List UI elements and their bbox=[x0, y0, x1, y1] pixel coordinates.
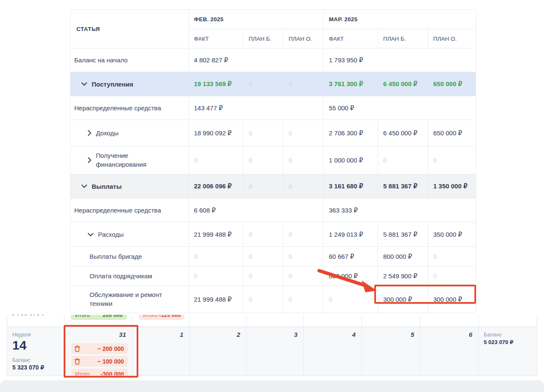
value-cell[interactable]: 1 350 000 ₽ bbox=[428, 174, 476, 199]
value-cell[interactable]: 0 bbox=[428, 266, 476, 286]
clipped-week-balance: 5 753 070 ₽ bbox=[11, 315, 45, 317]
value-cell[interactable]: 0 bbox=[244, 266, 283, 286]
value-cell[interactable]: 3 161 680 ₽ bbox=[324, 174, 378, 199]
value-cell[interactable]: 6 450 000 ₽ bbox=[378, 120, 428, 146]
value-cell[interactable]: 300 000 ₽ bbox=[428, 286, 476, 313]
value-cell[interactable]: 0 bbox=[283, 174, 324, 199]
value-cell[interactable]: 21 999 488 ₽ bbox=[189, 286, 244, 313]
value-cell[interactable]: 0 bbox=[244, 146, 283, 174]
trash-icon[interactable] bbox=[74, 358, 80, 365]
day-entries: − 200 000− 100 000Итого:-300 000 bbox=[71, 343, 128, 375]
value-cell[interactable]: 0 bbox=[244, 174, 283, 199]
value-cell[interactable]: 1 793 950 ₽ bbox=[324, 48, 476, 72]
value-cell[interactable]: 2 706 300 ₽ bbox=[324, 120, 378, 146]
value-cell[interactable]: 21 999 488 ₽ bbox=[189, 222, 244, 247]
column-header-feb-2025: ФЕВ. 2025 bbox=[189, 10, 324, 29]
value-cell[interactable]: 650 000 ₽ bbox=[428, 72, 476, 96]
cashflow-calendar: 5 753 070 ₽ Итого: 200 000 Итого: -125 0… bbox=[7, 315, 537, 376]
value-cell[interactable]: 19 133 569 ₽ bbox=[189, 72, 244, 96]
clipped-day-cell: Итого: 200 000 bbox=[64, 315, 132, 327]
value-cell[interactable]: 0 bbox=[244, 286, 283, 313]
total-value: -125 000 bbox=[159, 315, 181, 318]
expense-entry[interactable]: − 200 000 bbox=[71, 343, 128, 354]
calendar-day-3[interactable]: 3 bbox=[247, 327, 304, 375]
calendar-day-1[interactable]: 1 bbox=[132, 327, 190, 375]
value-cell[interactable]: 0 bbox=[189, 146, 244, 174]
chevron-right-icon bbox=[88, 157, 91, 163]
calendar-day-2[interactable]: 2 bbox=[190, 327, 247, 375]
row-toggle-label[interactable]: Получение финансирования bbox=[70, 146, 189, 174]
value-cell[interactable]: 55 000 ₽ bbox=[324, 96, 476, 120]
value-cell[interactable]: 0 bbox=[283, 286, 324, 313]
value-cell[interactable]: 0 bbox=[244, 247, 283, 266]
table-row: Обслуживание и ремонт техники21 999 488 … bbox=[70, 286, 476, 313]
value-cell[interactable]: 0 bbox=[244, 120, 283, 146]
value-cell[interactable]: 60 667 ₽ bbox=[324, 247, 378, 266]
table-row: Выплаты бригаде00060 667 ₽800 000 ₽0 bbox=[70, 247, 476, 266]
value-cell[interactable]: 2 549 900 ₽ bbox=[378, 266, 428, 286]
week-balance-label: Баланс bbox=[12, 357, 61, 363]
calendar-day-4[interactable]: 4 bbox=[304, 327, 362, 375]
value-cell[interactable]: 0 bbox=[189, 266, 244, 286]
value-cell[interactable]: 1 249 013 ₽ bbox=[324, 222, 378, 247]
row-label-text: Оплата подрядчикам bbox=[90, 272, 152, 280]
value-cell[interactable]: 0 bbox=[324, 286, 378, 313]
value-cell[interactable]: 0 bbox=[189, 247, 244, 266]
value-cell[interactable]: 0 bbox=[244, 222, 283, 247]
value-cell[interactable]: 18 990 092 ₽ bbox=[189, 120, 244, 146]
value-cell[interactable]: 300 000 ₽ bbox=[378, 286, 428, 313]
value-cell[interactable]: 5 881 367 ₽ bbox=[378, 174, 428, 199]
value-cell[interactable]: 6 450 000 ₽ bbox=[378, 72, 428, 96]
row-label-text: Нераспределенные средства bbox=[74, 207, 161, 214]
table-row: Расходы21 999 488 ₽001 249 013 ₽5 881 36… bbox=[70, 222, 476, 247]
value-cell[interactable]: 22 006 096 ₽ bbox=[189, 174, 244, 199]
trash-icon[interactable] bbox=[74, 345, 80, 352]
value-cell[interactable]: 6 608 ₽ bbox=[189, 199, 324, 222]
value-cell[interactable]: 800 000 ₽ bbox=[324, 266, 378, 286]
value-cell[interactable]: 0 bbox=[283, 266, 324, 286]
row-label-text: Выплаты бригаде bbox=[90, 253, 142, 260]
chevron-right-icon bbox=[88, 130, 91, 136]
calendar-day-5[interactable]: 5 bbox=[362, 327, 421, 375]
value-cell[interactable]: 363 333 ₽ bbox=[324, 199, 476, 222]
row-toggle-label[interactable]: Выплаты bbox=[70, 174, 189, 199]
total-value: -300 000 bbox=[101, 371, 124, 376]
value-cell[interactable]: 143 477 ₽ bbox=[189, 96, 324, 120]
value-cell[interactable]: 1 000 000 ₽ bbox=[324, 146, 378, 174]
day-total-pill: Итого:-300 000 bbox=[71, 369, 128, 375]
table-row: Выплаты22 006 096 ₽003 161 680 ₽5 881 36… bbox=[70, 174, 476, 199]
value-cell[interactable]: 650 000 ₽ bbox=[428, 120, 476, 146]
bottom-panel-edge bbox=[0, 381, 544, 392]
row-label-text: Расходы bbox=[98, 231, 123, 238]
value-cell[interactable]: 800 000 ₽ bbox=[378, 247, 428, 266]
clipped-day-cell bbox=[421, 315, 479, 327]
value-cell[interactable]: 5 881 367 ₽ bbox=[378, 222, 428, 247]
value-cell[interactable]: 0 bbox=[378, 146, 428, 174]
value-cell[interactable]: 0 bbox=[283, 222, 324, 247]
clipped-total-pill-negative: Итого: -125 000 bbox=[139, 315, 184, 320]
row-toggle-label[interactable]: Поступления bbox=[70, 72, 189, 96]
calendar-clipped-week-row: 5 753 070 ₽ Итого: 200 000 Итого: -125 0… bbox=[7, 315, 537, 327]
row-toggle-label[interactable]: Доходы bbox=[70, 120, 189, 146]
value-cell[interactable]: 0 bbox=[283, 146, 324, 174]
row-label-text: Нераспределенные средства bbox=[74, 104, 161, 112]
row-label: Нераспределенные средства bbox=[70, 199, 189, 222]
value-cell[interactable]: 0 bbox=[244, 72, 283, 96]
value-cell[interactable]: 0 bbox=[283, 247, 324, 266]
row-toggle-label[interactable]: Расходы bbox=[70, 222, 189, 247]
value-cell[interactable]: 0 bbox=[428, 247, 476, 266]
value-cell[interactable]: 0 bbox=[428, 146, 476, 174]
expense-entry[interactable]: − 100 000 bbox=[71, 356, 128, 367]
budget-planner-screen: СТАТЬЯ ФЕВ. 2025 МАР. 2025 ФАКТ ПЛАН Б. … bbox=[0, 0, 544, 392]
calendar-day-31[interactable]: 31− 200 000− 100 000Итого:-300 000 bbox=[64, 327, 132, 375]
day-number: 5 bbox=[411, 331, 414, 338]
calendar-day-6[interactable]: 6 bbox=[421, 327, 479, 375]
value-cell[interactable]: 350 000 ₽ bbox=[428, 222, 476, 247]
column-header-mar-fact: ФАКТ bbox=[324, 29, 378, 48]
value-cell[interactable]: 3 761 300 ₽ bbox=[324, 72, 378, 96]
value-cell[interactable]: 0 bbox=[283, 72, 324, 96]
clipped-day-cell bbox=[304, 315, 362, 327]
value-cell[interactable]: 4 802 827 ₽ bbox=[189, 48, 324, 72]
day-number: 2 bbox=[237, 331, 240, 338]
value-cell[interactable]: 0 bbox=[283, 120, 324, 146]
